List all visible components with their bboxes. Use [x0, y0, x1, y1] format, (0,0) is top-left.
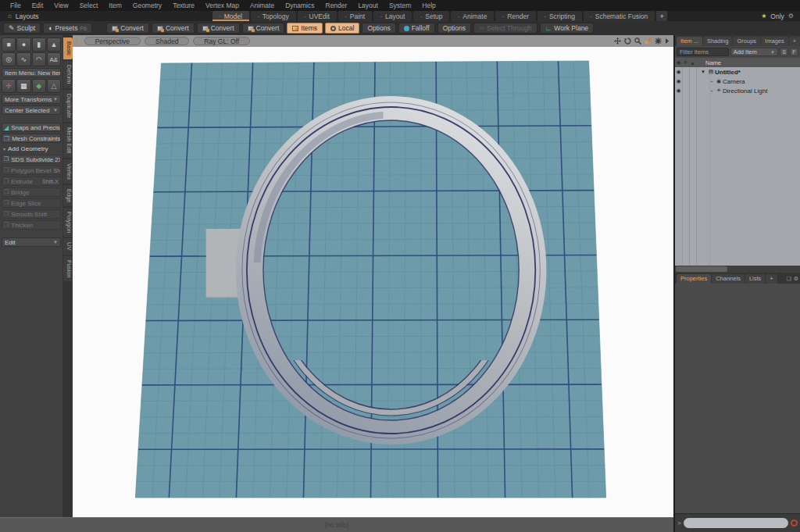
tree-row-untitled[interactable]: ◉▼▤Untitled* — [675, 67, 800, 77]
add-geometry-section[interactable]: ▾ Add Geometry — [2, 145, 61, 153]
menu-texture[interactable]: Texture — [167, 2, 200, 9]
sculpt-button[interactable]: ✎ Sculpt — [3, 23, 41, 34]
menu-select[interactable]: Select — [74, 2, 104, 9]
mesh-item-button[interactable]: ▦ — [16, 79, 30, 93]
item-name[interactable]: Camera — [723, 78, 745, 85]
menu-system[interactable]: System — [384, 2, 416, 9]
layouts-menu[interactable]: ⌂ Layouts — [0, 11, 212, 21]
workspace-tab-schematic-fusion[interactable]: ▪Schematic Fusion — [584, 11, 655, 21]
workspace-tab-render[interactable]: ▪Render — [495, 11, 536, 21]
viewport-canvas[interactable] — [73, 47, 673, 517]
workspace-tab-topology[interactable]: ▪Topology — [251, 11, 296, 21]
options-button-2[interactable]: Options — [438, 23, 471, 34]
workspace-tab-uvedit[interactable]: ▪UVEdit — [298, 11, 337, 21]
category-tab-edge[interactable]: Edge — [63, 185, 73, 207]
snaps-precision-button[interactable]: ◢ Snaps and Precision — [2, 123, 61, 132]
workspace-tab-paint[interactable]: ▪Paint — [338, 11, 372, 21]
menu-layout[interactable]: Layout — [352, 2, 384, 9]
work-plane-button[interactable]: ∟ Work Plane — [540, 23, 595, 34]
workspace-tab-animate[interactable]: ▪Animate — [451, 11, 494, 21]
menu-animate[interactable]: Animate — [245, 2, 280, 9]
tree-row-directional-light[interactable]: ◉+☀Directional Light — [675, 86, 800, 95]
menu-help[interactable]: Help — [416, 2, 441, 9]
tool-edge-slice[interactable]: ❒Edge Slice — [2, 198, 61, 208]
add-item-dropdown[interactable]: Add Item ▼ — [730, 48, 778, 56]
popout-icon[interactable]: ❏ — [786, 276, 791, 282]
properties-tab-lists[interactable]: Lists — [745, 274, 765, 284]
items-mode-button[interactable]: Items — [287, 23, 323, 34]
category-tab-basic[interactable]: Basic — [63, 37, 73, 59]
menu-file[interactable]: File — [5, 2, 27, 9]
item-menu-dropdown[interactable]: Item Menu: New Item ▼ — [2, 68, 61, 77]
presets-button[interactable]: ◐ Presets F6 — [43, 23, 92, 34]
panel-window-icons[interactable]: ❏⚙ — [786, 276, 798, 284]
category-tab-deform[interactable]: Deform — [63, 61, 73, 88]
cone-tool-button[interactable]: ▲ — [47, 37, 61, 52]
category-tab-uv[interactable]: UV — [63, 238, 73, 254]
tool-sds-subdivide-2x[interactable]: ❒SDS Subdivide 2X — [2, 155, 61, 164]
options-button-1[interactable]: Options — [362, 23, 395, 34]
menu-edit[interactable]: Edit — [27, 2, 49, 9]
eye-icon[interactable]: ◉ — [675, 78, 682, 84]
raygl-dropdown[interactable]: Ray GL: Off — [193, 37, 250, 45]
tool-polygon-bevel[interactable]: ❒Polygon BevelShift-B — [2, 166, 61, 175]
only-toggle[interactable]: Only — [770, 12, 784, 20]
select-through-button[interactable]: ▿▿ Select Through — [473, 23, 538, 34]
eye-icon[interactable]: ◉ — [675, 69, 682, 75]
command-input[interactable] — [684, 518, 788, 528]
helix-tool-button[interactable]: ∿ — [16, 52, 30, 66]
convert-button-2[interactable]: Convert — [152, 23, 195, 34]
item-name[interactable]: Directional Light — [723, 87, 767, 95]
item-list-scrollbar[interactable] — [675, 266, 800, 273]
tool-thicken[interactable]: ❒Thicken — [2, 220, 61, 230]
gear-icon[interactable]: ⚙ — [788, 12, 794, 20]
expand-arrow-icon[interactable] — [665, 37, 670, 45]
viewport-gear-icon[interactable] — [655, 37, 662, 45]
wire-pyramid-button[interactable]: △ — [47, 79, 61, 93]
tool-bridge[interactable]: ❒Bridge — [2, 187, 61, 197]
menu-vertex-map[interactable]: Vertex Map — [200, 2, 245, 9]
torus-tool-button[interactable]: ◎ — [2, 52, 16, 66]
convert-button-3[interactable]: Convert — [197, 23, 240, 34]
item-list-tab-groups[interactable]: Groups — [733, 37, 760, 46]
item-list-tab-item[interactable]: Item ... — [677, 37, 702, 46]
item-name[interactable]: Untitled* — [715, 69, 741, 76]
category-tab-mesh-edit[interactable]: Mesh Edit — [63, 123, 73, 157]
category-tab-vertex[interactable]: Vertex — [63, 159, 73, 184]
properties-tab-properties[interactable]: Properties — [677, 274, 711, 284]
cube-tool-button[interactable]: ■ — [2, 37, 16, 52]
menu-view[interactable]: View — [48, 2, 73, 9]
menu-item[interactable]: Item — [103, 2, 127, 9]
filter-items-input[interactable]: Filter Items — [677, 48, 729, 56]
text-tool-button[interactable]: A& — [47, 52, 61, 66]
rotate-icon[interactable] — [624, 37, 631, 45]
convert-button-4[interactable]: Convert — [242, 23, 285, 34]
edit-dropdown[interactable]: Edit ▼ — [2, 237, 61, 247]
tree-row-camera[interactable]: ◉+◉Camera — [675, 77, 800, 86]
item-list-tab-images[interactable]: Images — [761, 37, 788, 46]
properties-tab-add[interactable]: + — [766, 274, 777, 284]
projection-dropdown[interactable]: Perspective — [84, 37, 141, 45]
center-selected-dropdown[interactable]: Center Selected ▼ — [2, 105, 61, 115]
instance-item-button[interactable]: ◆ — [32, 79, 46, 93]
local-mode-button[interactable]: Local — [325, 23, 359, 34]
viewport-widget-icon[interactable]: ◆ — [77, 38, 80, 44]
cylinder-tool-button[interactable]: ▮ — [32, 37, 46, 52]
item-list-tab-shading[interactable]: Shading — [703, 37, 733, 46]
add-workspace-tab-button[interactable]: + — [656, 11, 667, 21]
filter-button[interactable]: F — [790, 48, 798, 56]
mesh-constraints-button[interactable]: ❒ Mesh Constraints — [2, 134, 61, 143]
workspace-tab-setup[interactable]: ▪Setup — [413, 11, 449, 21]
category-tab-duplicate[interactable]: Duplicate — [63, 90, 73, 122]
workspace-tab-scripting[interactable]: ▪Scripting — [538, 11, 582, 21]
expander-icon[interactable]: ▼ — [701, 70, 707, 74]
sphere-tool-button[interactable]: ● — [16, 37, 30, 52]
properties-tab-channels[interactable]: Channels — [712, 274, 745, 284]
locator-item-button[interactable]: ✛ — [2, 79, 16, 93]
workspace-tab-layout[interactable]: ▪Layout — [373, 11, 412, 21]
zoom-icon[interactable] — [634, 37, 641, 45]
tool-smooth-shift[interactable]: ❒Smooth Shift — [2, 209, 61, 219]
tool-extrude[interactable]: ❒ExtrudeShift-X — [2, 177, 61, 186]
menu-render[interactable]: Render — [320, 2, 353, 9]
workspace-tab-model[interactable]: ▪Model — [212, 11, 249, 21]
